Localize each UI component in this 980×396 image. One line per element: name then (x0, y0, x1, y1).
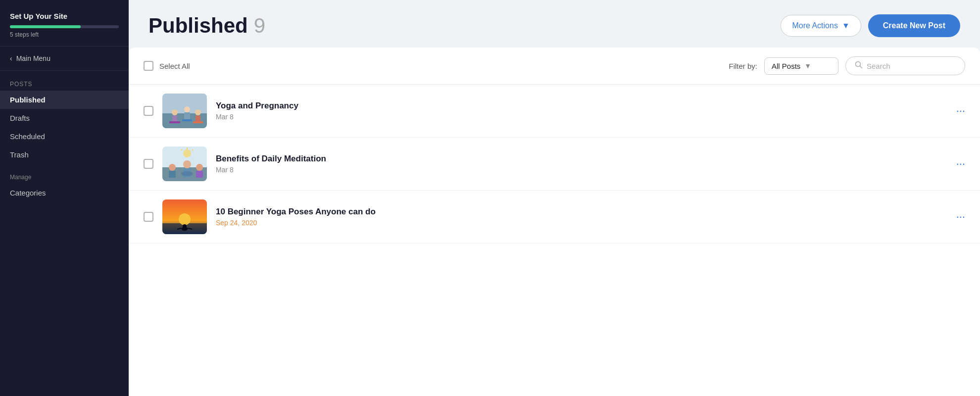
more-actions-label: More Actions (792, 21, 837, 30)
create-btn-label: Create New Post (883, 21, 945, 30)
header-actions: More Actions ▼ Create New Post (781, 14, 960, 37)
select-all-label[interactable]: Select All (159, 62, 190, 70)
post-options-button-3[interactable]: ··· (951, 208, 970, 225)
table-row[interactable]: 10 Beginner Yoga Poses Anyone can do Sep… (129, 191, 980, 244)
post-checkbox-1[interactable] (144, 106, 153, 116)
chevron-down-icon: ▼ (842, 21, 850, 30)
post-options-button-1[interactable]: ··· (951, 102, 970, 119)
site-setup-title: Set Up Your Site (10, 12, 119, 20)
svg-point-29 (179, 213, 191, 225)
post-thumbnail-1 (162, 94, 207, 128)
post-title-1: Yoga and Pregnancy (216, 101, 965, 111)
search-icon (855, 61, 863, 71)
search-input[interactable] (867, 62, 956, 70)
progress-bar-bg (10, 25, 119, 28)
post-info-2: Benefits of Daily Meditation Mar 8 (216, 154, 965, 174)
sidebar-item-categories[interactable]: Categories (0, 184, 129, 202)
main-content: Published 9 More Actions ▼ Create New Po… (129, 0, 980, 396)
main-menu-button[interactable]: ‹ Main Menu (0, 47, 129, 71)
sidebar-item-published[interactable]: Published (0, 91, 129, 109)
posts-toolbar: Select All Filter by: All Posts ▼ (129, 48, 980, 85)
table-row[interactable]: Yoga and Pregnancy Mar 8 ··· (129, 85, 980, 138)
svg-line-1 (860, 66, 862, 68)
svg-point-20 (196, 164, 203, 171)
post-checkbox-3[interactable] (144, 212, 153, 222)
svg-point-5 (172, 109, 178, 115)
main-menu-label: Main Menu (16, 54, 50, 62)
filter-value: All Posts (772, 62, 800, 70)
post-info-3: 10 Beginner Yoga Poses Anyone can do Sep… (216, 207, 965, 227)
svg-point-18 (183, 160, 191, 168)
toolbar-right: Filter by: All Posts ▼ (729, 56, 965, 75)
sidebar: Set Up Your Site 5 steps left ‹ Main Men… (0, 0, 129, 396)
svg-point-16 (169, 164, 176, 171)
svg-rect-21 (196, 171, 203, 178)
post-date-2: Mar 8 (216, 166, 965, 174)
sidebar-item-scheduled[interactable]: Scheduled (0, 127, 129, 146)
filter-select[interactable]: All Posts ▼ (764, 57, 838, 75)
posts-area: Select All Filter by: All Posts ▼ (129, 48, 980, 396)
post-options-button-2[interactable]: ··· (951, 155, 970, 172)
svg-point-22 (181, 171, 193, 176)
post-checkbox-2[interactable] (144, 159, 153, 169)
svg-point-7 (184, 106, 190, 112)
svg-rect-13 (193, 121, 203, 123)
post-thumbnail-2 (162, 147, 207, 181)
create-new-post-button[interactable]: Create New Post (868, 14, 960, 37)
page-title: Published 9 (148, 14, 265, 38)
posts-section-label: Posts (0, 71, 129, 91)
sidebar-item-drafts[interactable]: Drafts (0, 109, 129, 127)
page-header: Published 9 More Actions ▼ Create New Po… (129, 0, 980, 48)
search-box (845, 56, 965, 75)
svg-rect-6 (172, 115, 177, 122)
sidebar-item-trash[interactable]: Trash (0, 146, 129, 164)
svg-rect-11 (169, 121, 180, 123)
svg-point-33 (183, 228, 187, 230)
filter-chevron-icon: ▼ (804, 62, 811, 70)
chevron-left-icon: ‹ (10, 54, 12, 62)
svg-rect-17 (169, 171, 176, 178)
more-actions-button[interactable]: More Actions ▼ (781, 15, 861, 37)
progress-bar-fill (10, 25, 81, 28)
post-info-1: Yoga and Pregnancy Mar 8 (216, 101, 965, 121)
post-date-3: Sep 24, 2020 (216, 219, 965, 227)
svg-line-26 (181, 149, 182, 150)
post-title-2: Benefits of Daily Meditation (216, 154, 965, 164)
post-title-3: 10 Beginner Yoga Poses Anyone can do (216, 207, 965, 217)
site-setup-section: Set Up Your Site 5 steps left (0, 0, 129, 47)
select-all-checkbox[interactable] (144, 61, 153, 71)
filter-by-label: Filter by: (729, 62, 757, 70)
svg-point-9 (195, 109, 201, 115)
post-thumbnail-3 (162, 199, 207, 234)
post-date-1: Mar 8 (216, 113, 965, 121)
svg-line-25 (192, 149, 193, 150)
manage-section-label: Manage (0, 164, 129, 184)
toolbar-left: Select All (144, 61, 190, 71)
svg-rect-8 (184, 112, 190, 120)
page-title-text: Published (148, 14, 248, 38)
page-title-count: 9 (254, 14, 265, 38)
table-row[interactable]: Benefits of Daily Meditation Mar 8 ··· (129, 138, 980, 191)
steps-left: 5 steps left (10, 31, 119, 38)
svg-point-23 (183, 149, 191, 157)
svg-rect-12 (182, 119, 192, 121)
svg-rect-10 (196, 115, 200, 122)
